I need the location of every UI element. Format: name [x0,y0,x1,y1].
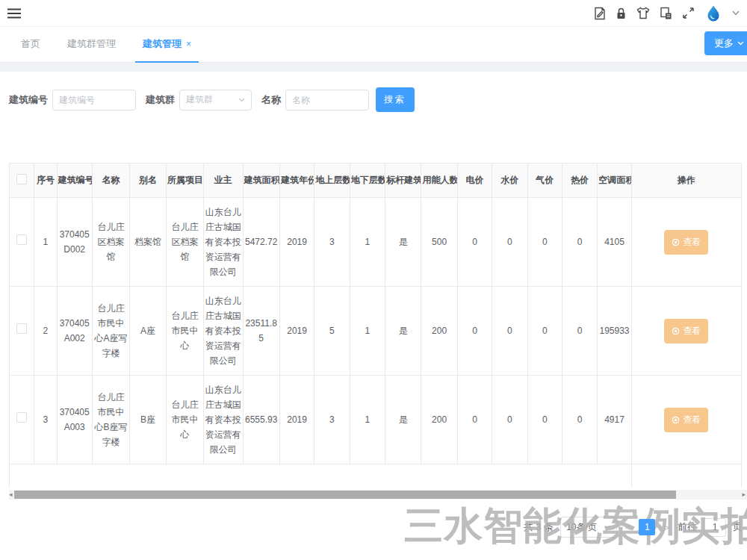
table-cell: 3 [314,376,350,464]
table-cell: 2019 [279,198,314,287]
tab-close-icon[interactable]: × [186,39,191,49]
column-header: 名称 [92,164,129,198]
scrollbar-thumb[interactable] [14,491,676,499]
content-divider-strip [0,63,747,72]
table-cell: 6555.93 [243,376,279,464]
select-placeholder: 建筑群 [186,93,213,106]
table-cell: 台儿庄市民中心 [166,376,203,464]
table-cell: 0 [527,198,562,287]
column-header: 热价 [562,164,597,198]
next-page-button[interactable]: > [662,522,671,533]
search-button[interactable]: 搜索 [376,87,415,112]
table-cell: 2 [34,287,57,376]
fullscreen-icon[interactable] [682,7,695,19]
page-size-select[interactable]: 10条/页 [560,517,617,538]
app-logo-icon[interactable] [704,4,722,22]
row-actions-cell: 查看 [631,287,741,376]
chevron-down-icon [604,525,611,529]
building-no-input[interactable] [52,90,136,111]
table-cell: 0 [457,198,492,287]
scroll-left-icon[interactable]: ◂ [9,490,13,500]
view-button-label: 查看 [683,325,701,337]
eye-icon [672,327,680,335]
goto-label: 前往 [678,520,697,534]
view-button[interactable]: 查看 [664,230,708,255]
tab-home[interactable]: 首页 [7,37,54,62]
topbar-actions [594,4,740,22]
goto-page-input[interactable] [704,518,726,537]
table-cell: 370405D002 [57,198,92,287]
table-cell: 370405A003 [57,376,92,464]
row-checkbox[interactable] [16,412,27,423]
column-header: 建筑面积 [243,164,279,198]
column-header: 业主 [204,164,243,198]
column-header: 空调面积 [598,164,631,198]
column-header: 地上层数 [314,164,350,198]
theme-shirt-icon[interactable] [636,7,650,19]
table-cell: 4917 [598,376,631,464]
view-button-label: 查看 [683,236,701,249]
more-button-label: 更多 [714,37,734,50]
column-header: 所属项目 [166,164,203,198]
menu-icon[interactable] [7,8,21,19]
table-filler [10,464,742,487]
table-cell: 5472.72 [243,198,279,287]
table-cell: 是 [385,287,421,376]
chevron-down-icon[interactable] [732,10,740,16]
table-cell: 3 [314,198,350,287]
view-button[interactable]: 查看 [664,319,708,343]
table-row: 2370405A002台儿庄市民中心A座写字楼A座台儿庄市民中心山东台儿庄古城国… [10,287,742,376]
table-cell: 台儿庄市民中心A座写字楼 [92,287,129,376]
table-cell: 200 [421,376,457,464]
column-header: 建筑年份 [279,164,314,198]
table-cell: 0 [527,287,562,376]
table-cell: 5 [314,287,350,376]
table-cell: 0 [492,198,527,287]
view-button-label: 查看 [683,414,701,426]
tab-label: 首页 [21,38,40,49]
column-header: 操作 [631,164,741,198]
tab-bar: 首页 建筑群管理 建筑管理× 更多 [0,27,747,63]
table-cell: 是 [385,376,421,464]
row-checkbox[interactable] [16,323,27,334]
table-cell: 0 [527,376,562,464]
table-cell: 200 [421,287,457,376]
tab-label: 建筑管理 [143,38,182,49]
column-header: 电价 [457,164,492,198]
table-cell: 3 [34,376,57,464]
row-actions-cell: 查看 [631,376,741,464]
table-cell: 山东台儿庄古城国有资本投资运营有限公司 [204,198,243,287]
pagination: 共 3 条 10条/页 < 1 > 前往 页 [524,517,743,538]
building-group-select[interactable]: 建筑群 [179,90,252,111]
table-cell: 2019 [279,287,314,376]
row-actions-cell: 查看 [631,198,741,287]
table-cell: 档案馆 [130,198,166,287]
tab-building-management[interactable]: 建筑管理× [129,37,205,62]
eye-icon [672,416,680,424]
name-input[interactable] [285,90,369,111]
table-cell: 0 [492,376,527,464]
table-cell: 1 [350,376,385,464]
select-all-checkbox[interactable] [16,174,27,184]
total-count-label: 共 3 条 [524,520,554,534]
tab-building-group[interactable]: 建筑群管理 [54,37,129,62]
copy-icon[interactable] [660,7,672,20]
horizontal-scrollbar[interactable]: ◂ ▸ [9,490,747,500]
building-group-label: 建筑群 [146,93,175,107]
column-header: 标杆建筑 [385,164,421,198]
current-page-button[interactable]: 1 [639,519,655,535]
row-checkbox[interactable] [16,234,27,245]
table-cell: 山东台儿庄古城国有资本投资运营有限公司 [204,287,243,376]
table-cell: 195933 [598,287,631,376]
tab-label: 建筑群管理 [67,38,116,49]
eye-icon [672,238,680,246]
table-cell: 370405A002 [57,287,92,376]
table-cell: 台儿庄区档案馆 [166,198,203,287]
file-tool-icon[interactable] [594,7,606,20]
view-button[interactable]: 查看 [664,408,708,432]
more-button[interactable]: 更多 [704,31,747,55]
goto-unit-label: 页 [733,520,743,534]
lock-icon[interactable] [616,7,627,20]
prev-page-button[interactable]: < [624,522,633,533]
scroll-right-icon[interactable]: ▸ [742,490,746,500]
